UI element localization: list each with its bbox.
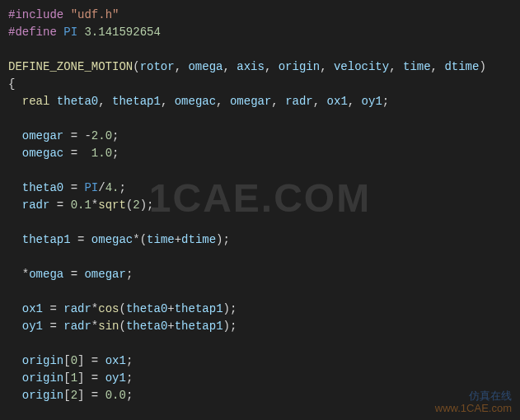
equals: =: [43, 320, 63, 333]
semicolon: ;: [126, 354, 133, 367]
arg-theta0: theta0: [126, 320, 167, 333]
semicolon: ;: [126, 389, 133, 402]
arg-thetap1: thetap1: [175, 320, 223, 333]
paren-close: ): [140, 198, 147, 212]
slash: /: [98, 181, 105, 194]
rhs-omegar: omegar: [84, 268, 125, 281]
space: [49, 95, 56, 108]
var-theta0: theta0: [57, 95, 98, 108]
comma: ,: [313, 95, 327, 108]
plus: +: [175, 233, 181, 246]
multiply: *: [91, 198, 98, 212]
equals: =: [84, 389, 105, 402]
code-block: #include "udf.h" #define PI 3.141592654 …: [0, 0, 520, 420]
semicolon: ;: [112, 129, 119, 142]
preproc-include: include: [15, 8, 63, 21]
macro-name: PI: [63, 26, 77, 39]
var-oy1: oy1: [362, 95, 382, 108]
param-dtime: dtime: [444, 60, 479, 73]
arr-origin: origin: [22, 354, 63, 367]
index: 2: [71, 389, 77, 402]
paren-close: ): [479, 60, 485, 73]
semicolon: ;: [223, 233, 230, 246]
equals: =: [43, 302, 63, 315]
var-thetap1: thetap1: [112, 95, 161, 108]
fn-cos: cos: [98, 302, 119, 315]
comma: ,: [265, 60, 279, 73]
rhs-oy1: oy1: [105, 371, 126, 385]
var-ox1: ox1: [327, 95, 348, 108]
lhs-ox1: ox1: [22, 302, 43, 315]
var-radr: radr: [63, 320, 91, 333]
arr-origin: origin: [22, 371, 63, 385]
fn-sqrt: sqrt: [98, 198, 126, 212]
param-omega: omega: [188, 60, 223, 73]
var-dtime: dtime: [181, 233, 216, 246]
indent: [8, 181, 22, 194]
param-rotor: rotor: [140, 60, 175, 73]
semicolon: ;: [112, 147, 119, 160]
indent: [8, 371, 22, 385]
deref-star: *: [22, 268, 29, 281]
paren-open: (: [119, 320, 125, 333]
multiply: *: [133, 233, 139, 246]
semicolon: ;: [230, 302, 237, 315]
equals: =: [63, 268, 84, 281]
equals: =: [71, 233, 91, 246]
lhs-omegac: omegac: [22, 147, 63, 160]
var-radr: radr: [285, 95, 313, 108]
comma: ,: [431, 60, 445, 73]
paren-open: (: [133, 60, 139, 73]
lhs-radr: radr: [22, 198, 50, 212]
semicolon: ;: [126, 371, 133, 385]
var-time: time: [147, 233, 175, 246]
brace-open: {: [8, 77, 15, 91]
paren-close: ): [223, 320, 230, 333]
comma: ,: [223, 60, 237, 73]
paren-open: (: [119, 302, 125, 315]
indent: [8, 268, 22, 281]
indent: [8, 95, 22, 108]
semicolon: ;: [126, 268, 133, 281]
paren-open: (: [140, 233, 147, 246]
lhs-oy1: oy1: [22, 320, 43, 333]
semicolon: ;: [230, 320, 237, 333]
multiply: *: [91, 320, 98, 333]
number: 0.0: [105, 389, 126, 402]
var-radr: radr: [63, 302, 91, 315]
indent: [8, 354, 22, 367]
indent: [8, 389, 22, 402]
space: [57, 26, 63, 39]
number: 2.0: [91, 129, 112, 142]
semicolon: ;: [119, 181, 125, 194]
indent: [8, 129, 22, 142]
number: 4.: [105, 181, 119, 194]
comma: ,: [216, 95, 230, 108]
arg-theta0: theta0: [126, 302, 167, 315]
comma: ,: [271, 95, 285, 108]
plus: +: [167, 320, 174, 333]
arg-thetap1: thetap1: [175, 302, 223, 315]
number: 2: [133, 198, 139, 212]
param-axis: axis: [237, 60, 265, 73]
equals: =: [84, 371, 105, 385]
indent: [8, 320, 22, 333]
indent: [8, 198, 22, 212]
fn-sin: sin: [98, 320, 119, 333]
type-real: real: [22, 95, 50, 108]
semicolon: ;: [382, 95, 389, 108]
space: [63, 8, 70, 21]
macro-value: 3.141592654: [84, 26, 160, 39]
bracket-open: [: [63, 389, 70, 402]
comma: ,: [320, 60, 334, 73]
paren-close: ): [216, 233, 223, 246]
equals: =: [63, 129, 84, 142]
multiply: *: [91, 302, 98, 315]
comma: ,: [389, 60, 403, 73]
comma: ,: [175, 60, 189, 73]
var-omegac: omegac: [91, 233, 133, 246]
equals: =: [63, 147, 91, 160]
index: 1: [71, 371, 77, 385]
comma: ,: [98, 95, 112, 108]
lhs-thetap1: thetap1: [22, 233, 71, 246]
